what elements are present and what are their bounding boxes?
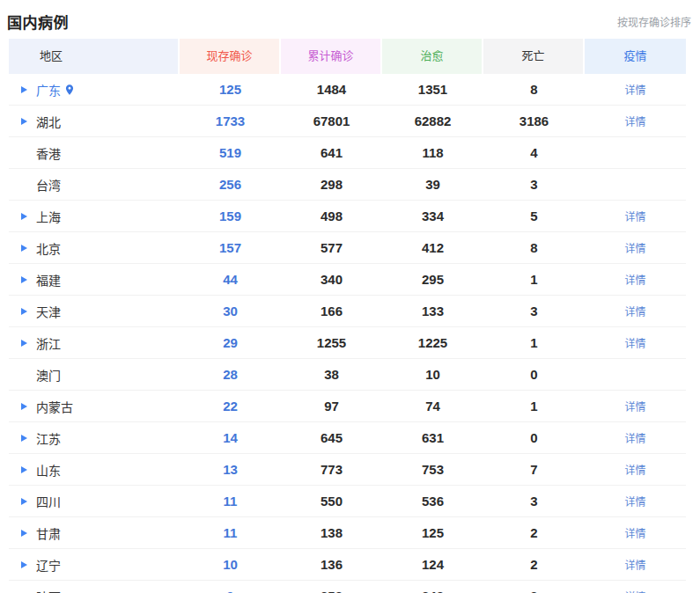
- table-row[interactable]: 广东 125 1484 1351 8 详情: [9, 74, 686, 106]
- detail-link[interactable]: 详情: [624, 338, 645, 350]
- existing-confirmed-value: 157: [180, 240, 281, 255]
- table-row[interactable]: 北京 157 577 412 8 详情: [9, 232, 686, 264]
- existing-confirmed-value: 22: [180, 399, 281, 414]
- cured-value: 536: [382, 494, 483, 509]
- cumulative-confirmed-value: 253: [281, 589, 382, 593]
- detail-link[interactable]: 详情: [624, 306, 645, 318]
- cured-value: 74: [382, 399, 483, 414]
- cumulative-confirmed-value: 550: [281, 494, 382, 509]
- table-row: 香港 519 641 118 4: [9, 137, 686, 169]
- region-name: 广东: [36, 81, 61, 99]
- region-cell: 北京: [9, 239, 180, 257]
- column-header-epidemic: 疫情: [585, 39, 686, 74]
- table-row[interactable]: 四川 11 550 536 3 详情: [9, 486, 686, 517]
- cured-value: 1351: [382, 82, 483, 97]
- cumulative-confirmed-value: 166: [281, 304, 382, 318]
- region-cell: 山东: [9, 461, 180, 479]
- cured-value: 631: [382, 430, 483, 445]
- column-header-region: 地区: [9, 39, 180, 74]
- region-name: 内蒙古: [36, 398, 73, 415]
- detail-link[interactable]: 详情: [624, 243, 645, 255]
- epidemic-cell: 详情: [585, 399, 686, 414]
- detail-link[interactable]: 详情: [624, 116, 645, 128]
- expand-arrow-icon[interactable]: [21, 340, 27, 347]
- expand-arrow-icon[interactable]: [21, 276, 27, 283]
- detail-link[interactable]: 详情: [624, 496, 645, 509]
- expand-arrow-icon[interactable]: [21, 561, 27, 568]
- region-name: 香港: [36, 144, 61, 162]
- column-header-deaths: 死亡: [483, 39, 585, 74]
- cured-value: 295: [382, 272, 483, 287]
- epidemic-cell: 详情: [585, 113, 686, 129]
- existing-confirmed-value: 519: [180, 145, 281, 160]
- deaths-value: 1: [483, 272, 585, 287]
- detail-link[interactable]: 详情: [624, 528, 645, 540]
- epidemic-cell: 详情: [585, 589, 686, 593]
- detail-link[interactable]: 详情: [624, 560, 645, 572]
- deaths-value: 3: [483, 589, 585, 593]
- existing-confirmed-value: 28: [180, 367, 281, 382]
- cumulative-confirmed-value: 1255: [281, 335, 382, 350]
- existing-confirmed-value: 44: [180, 272, 281, 287]
- existing-confirmed-value: 14: [180, 430, 281, 445]
- expand-arrow-icon[interactable]: [21, 435, 27, 442]
- region-name: 北京: [36, 239, 61, 257]
- cumulative-confirmed-value: 97: [281, 399, 382, 414]
- cured-value: 124: [382, 557, 483, 572]
- cumulative-confirmed-value: 1484: [281, 82, 382, 97]
- region-cell: 内蒙古: [9, 398, 180, 415]
- detail-link[interactable]: 详情: [624, 211, 645, 223]
- table-row[interactable]: 湖北 1733 67801 62882 3186 详情: [9, 106, 686, 137]
- deaths-value: 1: [483, 399, 585, 414]
- cured-value: 412: [382, 240, 483, 255]
- table-row[interactable]: 内蒙古 22 97 74 1 详情: [9, 391, 686, 422]
- expand-arrow-icon[interactable]: [21, 213, 27, 220]
- expand-arrow-icon[interactable]: [21, 403, 27, 410]
- expand-arrow-icon[interactable]: [21, 245, 27, 252]
- deaths-value: 0: [483, 430, 585, 445]
- cumulative-confirmed-value: 577: [281, 240, 382, 255]
- region-name: 上海: [36, 208, 61, 225]
- region-name: 陕西: [36, 588, 61, 593]
- epidemic-cell: 详情: [585, 240, 686, 256]
- table-row[interactable]: 江苏 14 645 631 0 详情: [9, 422, 686, 454]
- cured-value: 118: [382, 145, 483, 160]
- region-cell: 广东: [9, 81, 180, 99]
- region-name: 辽宁: [36, 556, 61, 574]
- deaths-value: 4: [483, 145, 585, 160]
- expand-arrow-icon[interactable]: [21, 118, 27, 125]
- expand-arrow-icon[interactable]: [21, 466, 27, 473]
- expand-arrow-icon[interactable]: [21, 530, 27, 537]
- region-cell: 天津: [9, 303, 180, 320]
- table-row[interactable]: 天津 30 166 133 3 详情: [9, 296, 686, 327]
- region-name: 四川: [36, 493, 61, 510]
- detail-link[interactable]: 详情: [624, 433, 645, 445]
- detail-link[interactable]: 详情: [624, 465, 645, 477]
- detail-link[interactable]: 详情: [624, 84, 645, 97]
- table-row[interactable]: 浙江 29 1255 1225 1 详情: [9, 327, 686, 359]
- table-row[interactable]: 陕西 9 253 243 3 详情: [9, 581, 686, 593]
- expand-arrow-icon[interactable]: [21, 86, 27, 93]
- table-row[interactable]: 上海 159 498 334 5 详情: [9, 201, 686, 232]
- column-header-existing-confirmed: 现存确诊: [180, 39, 281, 74]
- detail-link[interactable]: 详情: [624, 275, 645, 287]
- expand-arrow-icon[interactable]: [21, 498, 27, 505]
- region-name: 湖北: [36, 113, 61, 130]
- detail-link[interactable]: 详情: [624, 401, 645, 414]
- epidemic-cell: 详情: [585, 494, 686, 509]
- table-row[interactable]: 福建 44 340 295 1 详情: [9, 264, 686, 296]
- expand-arrow-icon[interactable]: [21, 308, 27, 315]
- epidemic-cell: 详情: [585, 304, 686, 319]
- region-cell: 陕西: [9, 588, 180, 593]
- table-row[interactable]: 辽宁 10 136 124 2 详情: [9, 549, 686, 581]
- table-row: 台湾 256 298 39 3: [9, 169, 686, 201]
- table-header-row: 地区 现存确诊 累计确诊 治愈 死亡 疫情: [9, 39, 686, 74]
- table-row[interactable]: 甘肃 11 138 125 2 详情: [9, 517, 686, 549]
- table-row[interactable]: 山东 13 773 753 7 详情: [9, 454, 686, 486]
- cumulative-confirmed-value: 773: [281, 462, 382, 477]
- epidemic-cell: 详情: [585, 272, 686, 288]
- deaths-value: 3: [483, 494, 585, 509]
- region-cell: 浙江: [9, 334, 180, 352]
- deaths-value: 3: [483, 304, 585, 318]
- cumulative-confirmed-value: 641: [281, 145, 382, 160]
